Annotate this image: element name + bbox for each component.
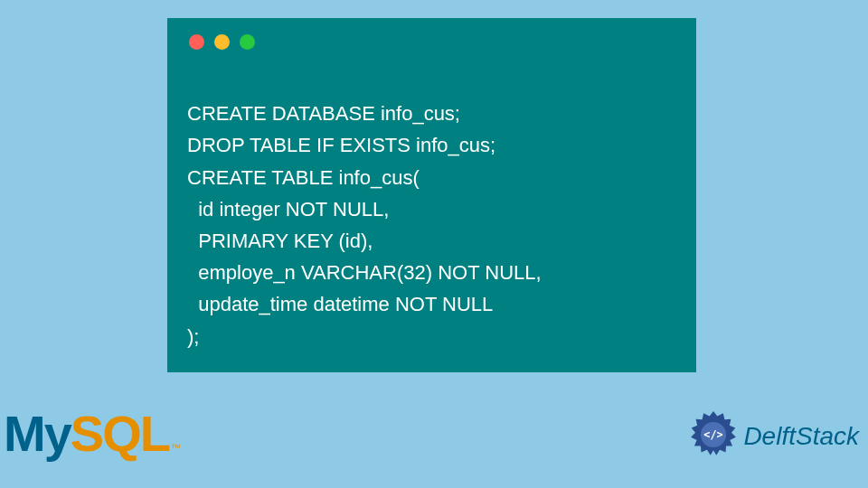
svg-text:</>: </> (704, 428, 723, 441)
maximize-dot-icon (240, 34, 255, 50)
window-controls (189, 34, 676, 50)
delftstack-logo: </> DelftStack (689, 410, 859, 463)
code-line: update_time datetime NOT NULL (187, 293, 493, 315)
sql-code-block: CREATE DATABASE info_cus; DROP TABLE IF … (187, 66, 676, 352)
code-line: CREATE TABLE info_cus( (187, 166, 420, 189)
code-line: ); (187, 325, 199, 348)
code-line: employe_n VARCHAR(32) NOT NULL, (187, 261, 542, 284)
close-dot-icon (189, 34, 204, 50)
code-window: CREATE DATABASE info_cus; DROP TABLE IF … (167, 18, 696, 372)
delftstack-gear-icon: </> (689, 410, 738, 463)
code-line: PRIMARY KEY (id), (187, 230, 373, 252)
mysql-logo-tm: ™ (171, 442, 181, 453)
code-line: id integer NOT NULL, (187, 198, 389, 221)
mysql-logo: MySQL™ (4, 404, 181, 463)
minimize-dot-icon (214, 34, 230, 50)
code-line: DROP TABLE IF EXISTS info_cus; (187, 134, 495, 156)
delftstack-label: DelftStack (743, 422, 859, 451)
mysql-logo-sql: SQL (71, 404, 169, 463)
mysql-logo-my: My (4, 404, 71, 463)
code-line: CREATE DATABASE info_cus; (187, 102, 460, 125)
